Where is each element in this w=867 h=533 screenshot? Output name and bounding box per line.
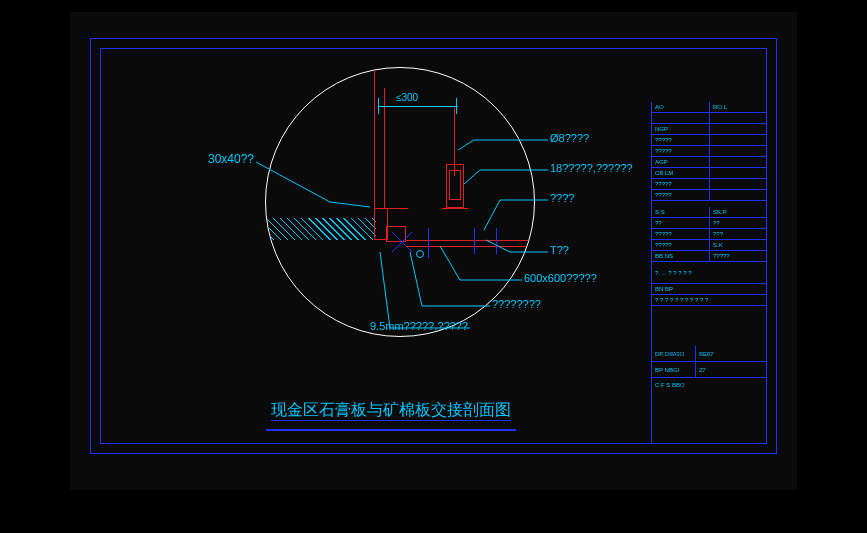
tb-cell xyxy=(710,124,767,134)
tb-cell: ?? xyxy=(710,218,767,228)
tb-cell: NGP xyxy=(652,124,710,134)
tb-cell xyxy=(710,157,767,167)
tb-sheet: 27 xyxy=(696,362,767,377)
dim-line-top xyxy=(378,106,458,107)
drawing-title-box: 现金区石膏板与矿棉板交接剖面图 xyxy=(266,400,516,431)
label-600x600: 600x600????? xyxy=(524,272,597,284)
drawing-title: 现金区石膏板与矿棉板交接剖面图 xyxy=(271,401,511,418)
tb-cell: ????? xyxy=(710,251,767,261)
tb-cell: SK.P xyxy=(710,207,767,217)
tb-cell: AGP xyxy=(652,157,710,167)
tb-cell: ????? xyxy=(652,179,710,189)
detail-phi-icon xyxy=(416,250,424,258)
tb-cell: ????? xyxy=(652,135,710,145)
detail-circle xyxy=(265,67,535,337)
tb-cell: S.K xyxy=(710,240,767,250)
tb-cell: ??? xyxy=(710,229,767,239)
tb-cell xyxy=(710,179,767,189)
tb-cell: RO.L xyxy=(710,102,767,112)
tb-note: BN BP xyxy=(652,284,767,294)
dimension-top: ≤300 xyxy=(396,92,418,103)
tb-cell: S.S xyxy=(652,207,710,217)
tick xyxy=(428,228,429,258)
title-underline xyxy=(266,429,516,431)
hanger-fixture-inner xyxy=(449,170,461,200)
tb-cell: ????? xyxy=(652,146,710,156)
drawing-canvas: AORO.L NGP ????? ????? AGP CB LM ????? ?… xyxy=(70,12,797,490)
label-9p5: 9.5mm?????,????? xyxy=(370,320,468,332)
tb-cell xyxy=(710,190,767,200)
label-und: ???????? xyxy=(492,298,541,310)
tb-cell: ????? xyxy=(652,229,710,239)
tb-cell: BB NS xyxy=(652,251,710,261)
tb-cell xyxy=(652,113,710,123)
dim-tick xyxy=(378,98,379,114)
label-q4: ???? xyxy=(550,192,574,204)
tb-cell: AO xyxy=(652,102,710,112)
tb-note: ?. ... ? ? ? ? ? xyxy=(652,262,767,283)
t-bar-tick xyxy=(474,228,475,254)
tb-cell xyxy=(710,146,767,156)
tb-cell xyxy=(710,168,767,178)
tb-cell xyxy=(710,113,767,123)
tb-cell: ????? xyxy=(652,240,710,250)
title-block: AORO.L NGP ????? ????? AGP CB LM ????? ?… xyxy=(651,102,767,444)
gypsum-hatch xyxy=(266,218,376,240)
label-t: T?? xyxy=(550,244,569,256)
hanger-base xyxy=(442,208,468,209)
junction-x-icon xyxy=(392,232,412,252)
tb-drawno: SE07 xyxy=(696,346,767,361)
t-bar-tick xyxy=(496,228,497,254)
label-30x40: 30x40?? xyxy=(208,152,254,166)
ceiling-line-2 xyxy=(406,246,535,247)
tb-cell: ?? xyxy=(652,218,710,228)
tb-cell: ????? xyxy=(652,190,710,200)
tb-upper-group: AORO.L NGP ????? ????? AGP CB LM ????? ?… xyxy=(652,102,767,201)
tb-cell: CB LM xyxy=(652,168,710,178)
tb-note: ? ? ? ? ? ? ? ? ? ? ? xyxy=(652,295,767,305)
ceiling-line xyxy=(406,240,535,241)
tb-bottom: C F S BBO xyxy=(652,378,767,392)
tb-sheet-label: BP NBGI xyxy=(652,362,696,377)
tb-mid-group: S.SSK.P ???? ???????? ?????S.K BB NS????… xyxy=(652,207,767,262)
dim-tick xyxy=(456,98,457,114)
tb-drawno-label: DP DWGO xyxy=(652,346,696,361)
tb-cell xyxy=(710,135,767,145)
label-18: 18?????,?????? xyxy=(550,162,633,174)
label-diam8: Ø8???? xyxy=(550,132,589,144)
